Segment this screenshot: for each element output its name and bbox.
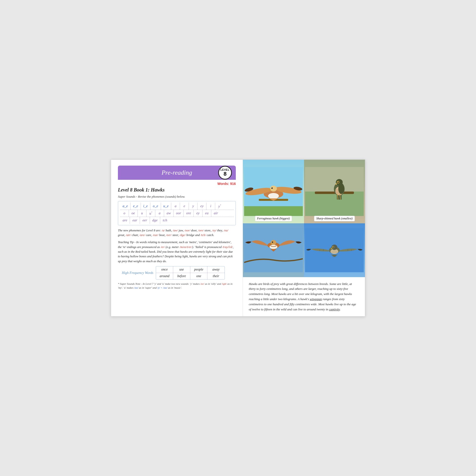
phoneme-ey: ey xyxy=(198,203,206,210)
phoneme-ref-tailed: /t/ay/l/d/ xyxy=(222,245,233,249)
phoneme-ref-dge: /dge/ xyxy=(180,233,186,237)
ferruginous-hawk-image xyxy=(243,160,304,223)
phoneme-ref-ear: /ear/ xyxy=(153,233,158,237)
svg-point-26 xyxy=(338,183,344,194)
svg-point-10 xyxy=(271,187,273,189)
phoneme-ref-aw: /aw/ xyxy=(173,229,178,232)
phoneme-ref-a: /a/ xyxy=(162,229,165,232)
phoneme-i_e: i_e xyxy=(141,203,151,210)
hfw-before: before xyxy=(173,273,190,279)
flying-hawk1-container xyxy=(243,223,304,277)
sharp-shinned-hawk-container: Sharp-shinned hawk (smallest) xyxy=(304,160,365,223)
flying-hawk2-container xyxy=(304,223,365,277)
phoneme-ustar: u* xyxy=(147,210,155,217)
phoneme-are: are xyxy=(120,217,130,223)
phoneme-ea: ea xyxy=(203,210,211,217)
phoneme-row-2: o oe u u* a aw oor ore ey ea air xyxy=(120,210,234,217)
phoneme-u: u xyxy=(138,210,147,217)
phoneme-ref-ore: /ore/ xyxy=(198,229,204,232)
hfw-use: use xyxy=(173,266,190,273)
svg-point-19 xyxy=(337,182,339,183)
hfw-one: one xyxy=(190,273,207,279)
hfw-grid: once use people away around before one t… xyxy=(156,266,225,280)
svg-point-37 xyxy=(272,241,273,243)
images-bottom xyxy=(243,223,365,277)
words-label: Words: xyxy=(218,182,229,186)
phoneme-ref-eer: /eer/ xyxy=(166,233,172,237)
hfw-their: their xyxy=(207,273,224,279)
flying-hawk1-image xyxy=(243,223,304,277)
sharp-shinned-svg xyxy=(305,167,364,216)
hfw-section: High Frequency Words once use people awa… xyxy=(118,266,236,280)
svg-point-9 xyxy=(270,186,277,191)
svg-rect-1 xyxy=(244,206,303,216)
phoneme-air: air xyxy=(211,210,221,217)
phoneme-oor: oor xyxy=(174,210,184,217)
hfw-away: away xyxy=(207,266,224,273)
phoneme-a_e: a_e xyxy=(120,203,131,210)
footnote: * Super Sounds Note - In Level 7 'y' and… xyxy=(118,282,236,289)
phoneme-ref-er: /er/ xyxy=(161,245,165,249)
header-title: Pre-reading xyxy=(161,169,192,176)
svg-point-36 xyxy=(271,240,276,245)
fn-igh: /igh/ xyxy=(222,282,227,285)
phoneme-ref-oor: /oor/ xyxy=(185,229,190,232)
left-panel: Pre-reading LEVEL 8 Words: 916 Level 8 B… xyxy=(111,160,243,317)
svg-point-20 xyxy=(338,182,338,182)
phoneme-a2: a xyxy=(155,210,164,217)
phoneme-e: e xyxy=(180,203,189,210)
main-text: Hawks are birds of prey with great diffe… xyxy=(243,277,365,317)
phoneme-eer: eer xyxy=(140,217,150,223)
phoneme-row-3: are ear eer dge tch xyxy=(120,217,234,223)
header-section: Pre-reading LEVEL 8 xyxy=(118,166,236,180)
fn-oo: /oo/ xyxy=(134,286,138,289)
phoneme-ref-air: /air/ xyxy=(126,233,131,237)
svg-point-50 xyxy=(333,246,334,248)
level-badge: LEVEL 8 xyxy=(218,166,232,180)
level-number: 8 xyxy=(223,171,226,177)
phoneme-a: a xyxy=(171,203,180,210)
sharp-shinned-hawk-image xyxy=(304,160,365,223)
phoneme-u_e: u_e xyxy=(161,203,171,210)
wingspan-word: wingspan xyxy=(310,297,322,301)
hfw-row-2: around before one their xyxy=(156,273,224,279)
phoneme-o_e: o_e xyxy=(151,203,161,210)
fn-yoo: /y/ + /oo/ xyxy=(157,286,167,289)
phoneme-ref-ey: /ey/ xyxy=(212,229,217,232)
new-phonemes-text: The new phonemes for Level 8 are: /a/ ba… xyxy=(118,228,236,238)
phoneme-i: i xyxy=(206,203,215,210)
sharp-shinned-label: Sharp-shinned hawk (smallest) xyxy=(314,216,355,221)
phoneme-grid: a_e e_e i_e o_e u_e a e y ey i y* o oe u… xyxy=(118,201,236,225)
super-sounds-label: Super Sounds - Revise the phonemes (soun… xyxy=(118,195,236,199)
hfw-around: around xyxy=(156,273,173,279)
words-value: 916 xyxy=(230,182,236,186)
page-container: Pre-reading LEVEL 8 Words: 916 Level 8 B… xyxy=(111,159,365,317)
captivity-word: captivity xyxy=(329,307,340,311)
fn-ee: /ee/ xyxy=(200,282,204,285)
phoneme-ref-meter: /m/ee/t/er/ xyxy=(180,245,192,249)
book-title: Level 8 Book 1: Hawks xyxy=(118,187,236,193)
words-count: Words: 916 xyxy=(118,182,236,186)
flying-hawk1-svg xyxy=(244,228,303,272)
hfw-row-1: once use people away xyxy=(156,266,224,273)
phoneme-ref-are: /are/ xyxy=(139,233,145,237)
hfw-label: High Frequency Words xyxy=(118,271,153,275)
phoneme-oe: oe xyxy=(129,210,138,217)
phoneme-e_e: e_e xyxy=(131,203,141,210)
svg-point-11 xyxy=(272,187,272,188)
phoneme-y: y xyxy=(189,203,198,210)
flying-hawk2-image xyxy=(304,223,365,277)
phoneme-ystar: y* xyxy=(215,203,224,210)
phoneme-ear: ear xyxy=(130,217,140,223)
ferruginous-label: Ferruginous hawk (biggest) xyxy=(255,216,292,221)
phoneme-row-1: a_e e_e i_e o_e u_e a e y ey i y* xyxy=(120,203,234,210)
phoneme-ref-ea: /ea/ xyxy=(223,229,228,232)
ferruginous-svg xyxy=(244,167,303,216)
images-top: Ferruginous hawk (biggest) xyxy=(243,160,365,223)
svg-point-8 xyxy=(268,193,279,199)
svg-point-51 xyxy=(333,247,333,247)
ferruginous-hawk-container: Ferruginous hawk (biggest) xyxy=(243,160,304,223)
hfw-people: people xyxy=(190,266,207,273)
hfw-once: once xyxy=(156,266,173,273)
phoneme-ref-tch: /tch/ xyxy=(201,233,206,237)
